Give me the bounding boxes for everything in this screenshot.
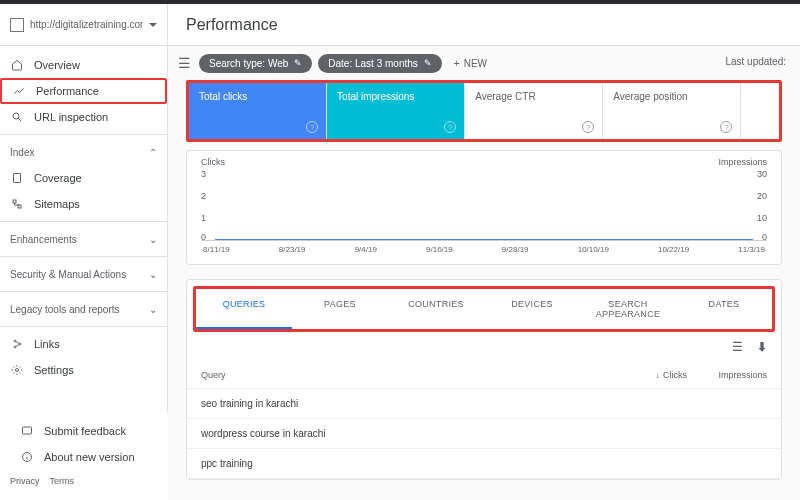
table-row[interactable]: ppc training (187, 449, 781, 479)
sort-down-icon: ↓ (656, 370, 661, 380)
table-card: QUERIES PAGES COUNTRIES DEVICES SEARCH A… (186, 279, 782, 480)
svg-point-6 (14, 346, 16, 348)
link-icon (10, 337, 24, 351)
sidebar-section-enhancements[interactable]: Enhancements ⌄ (0, 226, 167, 252)
tab-pages[interactable]: PAGES (292, 289, 388, 329)
sidebar-item-coverage[interactable]: Coverage (0, 165, 167, 191)
tab-dates[interactable]: DATES (676, 289, 772, 329)
svg-rect-2 (14, 174, 21, 183)
svg-point-7 (19, 343, 21, 345)
sidebar-item-feedback[interactable]: Submit feedback (10, 418, 158, 444)
chevron-down-icon: ⌄ (149, 269, 157, 280)
edit-icon: ✎ (294, 58, 302, 68)
chart-line (215, 239, 753, 240)
table-row[interactable]: wordpress course in karachi (187, 419, 781, 449)
content: ☰ Search type: Web ✎ Date: Last 3 months… (168, 46, 800, 500)
sidebar-item-about[interactable]: About new version (10, 444, 158, 470)
document-icon (10, 171, 24, 185)
chevron-down-icon: ⌄ (149, 234, 157, 245)
download-icon[interactable]: ⬇ (757, 340, 767, 354)
sidebar-item-url-inspection[interactable]: URL inspection (0, 104, 167, 130)
sidebar-section-index[interactable]: Index ⌃ (0, 139, 167, 165)
sidebar-item-links[interactable]: Links (0, 331, 167, 357)
chart-icon (12, 84, 26, 98)
tab-countries[interactable]: COUNTRIES (388, 289, 484, 329)
tab-queries[interactable]: QUERIES (196, 289, 292, 329)
help-icon[interactable]: ? (306, 121, 318, 133)
table-filter-icon[interactable]: ☰ (732, 340, 743, 354)
help-icon[interactable]: ? (582, 121, 594, 133)
filter-icon[interactable]: ☰ (178, 55, 191, 71)
chevron-down-icon: ⌄ (149, 304, 157, 315)
property-selector[interactable]: http://digitalizetraining.com/ (0, 4, 168, 45)
feedback-icon (20, 424, 34, 438)
header: http://digitalizetraining.com/ Performan… (0, 4, 800, 46)
sidebar-item-settings[interactable]: Settings (0, 357, 167, 383)
edit-icon: ✎ (424, 58, 432, 68)
tab-devices[interactable]: DEVICES (484, 289, 580, 329)
sidebar-section-security[interactable]: Security & Manual Actions ⌄ (0, 261, 167, 287)
sidebar-item-overview[interactable]: Overview (0, 52, 167, 78)
svg-point-5 (14, 340, 16, 342)
chevron-down-icon (149, 23, 157, 27)
svg-rect-9 (23, 427, 32, 434)
site-icon (10, 18, 24, 32)
search-icon (10, 110, 24, 124)
table-header: Query ↓Clicks Impressions (187, 362, 781, 389)
sidebar-item-performance[interactable]: Performance (0, 78, 167, 104)
help-icon[interactable]: ? (444, 121, 456, 133)
col-impressions[interactable]: Impressions (687, 370, 767, 380)
metrics-row: Total clicks ? Total impressions ? Avera… (186, 80, 782, 142)
home-icon (10, 58, 24, 72)
col-clicks[interactable]: ↓Clicks (607, 370, 687, 380)
privacy-link[interactable]: Privacy (10, 476, 40, 486)
info-icon (20, 450, 34, 464)
help-icon[interactable]: ? (720, 121, 732, 133)
chart-card: Clicks Impressions 3 2 1 0 30 20 10 0 8/… (186, 150, 782, 265)
right-axis-label: Impressions (718, 157, 767, 167)
site-url: http://digitalizetraining.com/ (30, 19, 143, 30)
svg-point-8 (16, 369, 19, 372)
sidebar-section-legacy[interactable]: Legacy tools and reports ⌄ (0, 296, 167, 322)
col-query: Query (201, 370, 607, 380)
page-title: Performance (186, 16, 278, 34)
gear-icon (10, 363, 24, 377)
plus-icon: + (454, 58, 460, 69)
sitemap-icon (10, 197, 24, 211)
tab-search-appearance[interactable]: SEARCH APPEARANCE (580, 289, 676, 329)
svg-line-1 (18, 118, 21, 121)
metric-spacer (741, 83, 779, 139)
svg-rect-3 (13, 200, 16, 203)
terms-link[interactable]: Terms (50, 476, 75, 486)
chip-date[interactable]: Date: Last 3 months ✎ (318, 54, 442, 73)
table-tabs: QUERIES PAGES COUNTRIES DEVICES SEARCH A… (193, 286, 775, 332)
filter-bar: ☰ Search type: Web ✎ Date: Last 3 months… (168, 46, 800, 80)
left-axis-label: Clicks (201, 157, 225, 167)
last-updated: Last updated: (725, 56, 786, 67)
chip-search-type[interactable]: Search type: Web ✎ (199, 54, 312, 73)
metric-average-position[interactable]: Average position ? (603, 83, 741, 139)
chevron-up-icon: ⌃ (149, 147, 157, 158)
chart-area: 3 2 1 0 30 20 10 0 (201, 169, 767, 241)
x-axis: 8/11/19 8/23/19 9/4/19 9/16/19 9/28/19 1… (201, 245, 767, 254)
metric-total-impressions[interactable]: Total impressions ? (327, 83, 465, 139)
metric-total-clicks[interactable]: Total clicks ? (189, 83, 327, 139)
sidebar-footer: Submit feedback About new version Privac… (0, 412, 168, 500)
table-row[interactable]: seo training in karachi (187, 389, 781, 419)
metric-average-ctr[interactable]: Average CTR ? (465, 83, 603, 139)
add-filter-button[interactable]: + NEW (454, 58, 487, 69)
sidebar-item-sitemaps[interactable]: Sitemaps (0, 191, 167, 217)
